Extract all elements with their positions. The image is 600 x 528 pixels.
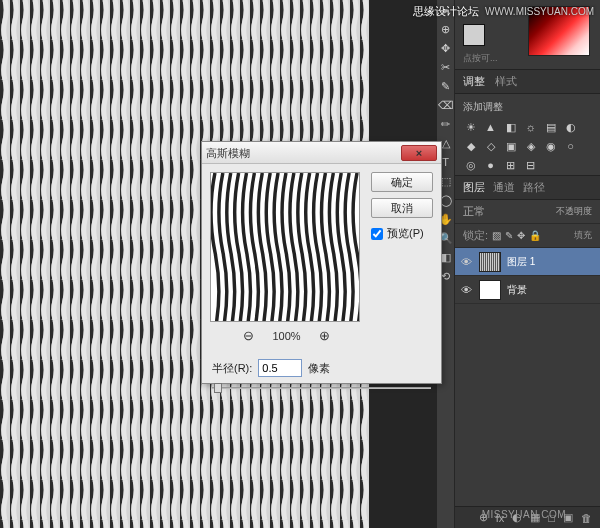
lock-all-icon[interactable]: 🔒	[529, 230, 541, 241]
tab-layers[interactable]: 图层	[463, 180, 485, 195]
tab-adjustments[interactable]: 调整	[463, 74, 485, 89]
preview-image	[211, 173, 359, 321]
visibility-icon[interactable]: 👁	[459, 284, 473, 296]
cancel-button[interactable]: 取消	[371, 198, 433, 218]
layer-list: 👁图层 1👁背景	[455, 248, 600, 304]
slider-thumb[interactable]	[214, 383, 222, 393]
preview-box[interactable]	[210, 172, 360, 322]
right-panel-group: ▸⊕✥✂✎⌫✏△T⬚◯✋🔍◧⟲ 点按可... 调整 样式 添加调整 ☀▲◧☼▤◐…	[454, 0, 600, 528]
layer-footer-icon-6[interactable]: 🗑	[581, 512, 592, 524]
lock-transparency-icon[interactable]: ▨	[492, 230, 501, 241]
dialog-titlebar[interactable]: 高斯模糊 ×	[202, 142, 441, 164]
layer-name: 图层 1	[507, 255, 535, 269]
adjust-icon-9[interactable]: ◈	[523, 139, 538, 153]
adjust-icon-7[interactable]: ◇	[483, 139, 498, 153]
adjust-icon-3[interactable]: ☼	[523, 120, 538, 134]
zoom-percent: 100%	[272, 330, 300, 342]
ok-button[interactable]: 确定	[371, 172, 433, 192]
adjust-icon-0[interactable]: ☀	[463, 120, 478, 134]
zoom-out-button[interactable]: ⊖	[243, 328, 254, 343]
layer-thumb	[479, 252, 501, 272]
zoom-in-button[interactable]: ⊕	[319, 328, 330, 343]
layer-row[interactable]: 👁图层 1	[455, 248, 600, 276]
tool-2[interactable]: ✥	[438, 39, 454, 57]
tool-3[interactable]: ✂	[438, 58, 454, 76]
watermark-bottom: MISSYUAN.COM	[482, 509, 566, 520]
adjust-icon-12[interactable]: ◎	[463, 158, 478, 172]
tab-styles[interactable]: 样式	[495, 74, 517, 89]
adjust-icon-6[interactable]: ◆	[463, 139, 478, 153]
layers-tabs: 图层 通道 路径	[455, 176, 600, 200]
dialog-title-text: 高斯模糊	[206, 142, 250, 164]
lock-position-icon[interactable]: ✥	[517, 230, 525, 241]
layer-thumb	[479, 280, 501, 300]
adjust-tabs: 调整 样式	[455, 70, 600, 94]
gaussian-blur-dialog: 高斯模糊 ×	[201, 141, 442, 384]
radius-label: 半径(R):	[212, 361, 252, 376]
adjust-icon-2[interactable]: ◧	[503, 120, 518, 134]
add-adjustment-label: 添加调整	[463, 100, 592, 114]
tool-5[interactable]: ⌫	[438, 96, 454, 114]
close-button[interactable]: ×	[401, 145, 437, 161]
adjust-icon-13[interactable]: ●	[483, 158, 498, 172]
radius-slider[interactable]	[212, 381, 431, 395]
adjustments-panel: 添加调整 ☀▲◧☼▤◐◆◇▣◈◉○◎●⊞⊟	[455, 94, 600, 176]
layer-row[interactable]: 👁背景	[455, 276, 600, 304]
adjust-icon-14[interactable]: ⊞	[503, 158, 518, 172]
lock-label: 锁定:	[463, 228, 488, 243]
preview-checkbox[interactable]	[371, 228, 383, 240]
tab-paths[interactable]: 路径	[523, 180, 545, 195]
adjust-icon-4[interactable]: ▤	[543, 120, 558, 134]
visibility-icon[interactable]: 👁	[459, 256, 473, 268]
adjust-icon-10[interactable]: ◉	[543, 139, 558, 153]
tool-6[interactable]: ✏	[438, 115, 454, 133]
color-hint: 点按可...	[463, 52, 498, 65]
radius-unit: 像素	[308, 361, 330, 376]
radius-input[interactable]	[258, 359, 302, 377]
adjust-icon-8[interactable]: ▣	[503, 139, 518, 153]
adjust-icon-11[interactable]: ○	[563, 139, 578, 153]
preview-checkbox-row[interactable]: 预览(P)	[371, 226, 433, 241]
layer-name: 背景	[507, 283, 527, 297]
foreground-color[interactable]	[463, 24, 485, 46]
blend-mode-select[interactable]: 正常	[463, 204, 485, 219]
adjust-icon-1[interactable]: ▲	[483, 120, 498, 134]
adjust-icon-15[interactable]: ⊟	[523, 158, 538, 172]
opacity-label: 不透明度	[556, 205, 592, 218]
tool-4[interactable]: ✎	[438, 77, 454, 95]
tab-channels[interactable]: 通道	[493, 180, 515, 195]
watermark-top: 思缘设计论坛WWW.MISSYUAN.COM	[413, 4, 594, 19]
fill-label: 填充	[574, 229, 592, 242]
tool-1[interactable]: ⊕	[438, 20, 454, 38]
lock-pixels-icon[interactable]: ✎	[505, 230, 513, 241]
adjust-icon-5[interactable]: ◐	[563, 120, 578, 134]
